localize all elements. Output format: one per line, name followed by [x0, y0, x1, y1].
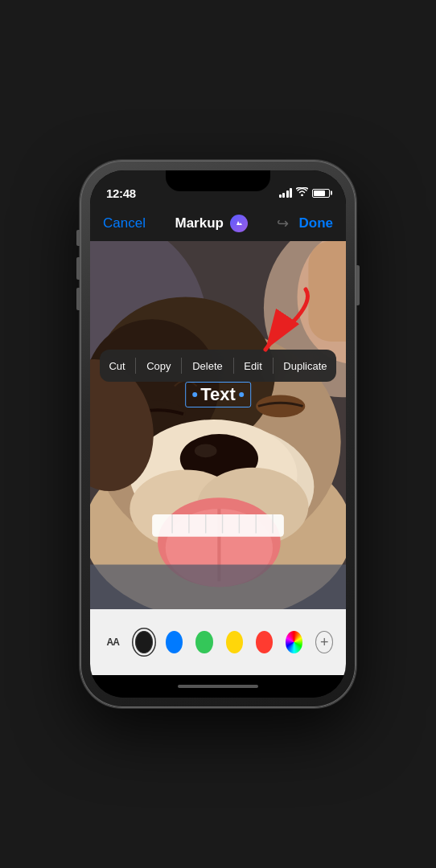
color-red-button[interactable]	[256, 631, 273, 653]
phone-screen: 12:48	[90, 170, 346, 698]
markup-icon	[230, 215, 248, 232]
power-button[interactable]	[356, 265, 360, 305]
text-handle-left[interactable]	[192, 392, 197, 397]
delete-menu-item[interactable]: Delete	[184, 354, 231, 379]
add-tool-button[interactable]: +	[315, 631, 333, 653]
color-spectrum-button[interactable]	[286, 631, 302, 653]
navigation-bar: Cancel Markup ↪ Done	[90, 206, 346, 241]
menu-divider-3	[233, 358, 234, 374]
home-indicator-area	[90, 675, 346, 698]
page-title: Markup	[175, 215, 223, 231]
notch	[166, 170, 270, 191]
svg-point-14	[195, 444, 217, 458]
svg-rect-23	[90, 564, 346, 609]
redo-button[interactable]: ↪	[277, 215, 289, 232]
nav-right-group: ↪ Done	[277, 215, 333, 232]
silent-button[interactable]	[76, 230, 80, 246]
svg-rect-6	[308, 241, 346, 342]
svg-point-16	[256, 395, 305, 418]
menu-divider-2	[181, 358, 182, 374]
volume-up-button[interactable]	[76, 257, 80, 280]
color-green-button[interactable]	[195, 631, 212, 653]
cut-menu-item[interactable]: Cut	[101, 354, 133, 379]
done-button[interactable]: Done	[298, 215, 333, 231]
text-content[interactable]: Text	[200, 384, 236, 405]
image-area[interactable]: Cut Copy Delete Edit Duplicate Text	[90, 241, 346, 609]
battery-icon	[312, 189, 330, 198]
wifi-icon	[296, 187, 308, 199]
signal-icon	[279, 188, 293, 198]
color-blue-button[interactable]	[166, 631, 183, 653]
text-handle-right[interactable]	[239, 392, 244, 397]
status-icons	[279, 187, 331, 199]
cancel-button[interactable]: Cancel	[103, 215, 146, 231]
font-size-button[interactable]: AA	[103, 629, 122, 655]
volume-down-button[interactable]	[76, 288, 80, 310]
menu-divider-1	[135, 358, 136, 374]
red-arrow	[249, 285, 314, 361]
text-annotation[interactable]: Text	[185, 382, 251, 407]
bottom-toolbar: AA +	[90, 609, 346, 675]
home-bar	[178, 685, 258, 688]
phone-frame: 12:48	[80, 161, 356, 707]
nav-title-group: Markup	[175, 215, 247, 232]
color-yellow-button[interactable]	[226, 631, 243, 653]
copy-menu-item[interactable]: Copy	[138, 354, 179, 379]
color-black-button[interactable]	[135, 631, 153, 653]
status-time: 12:48	[106, 186, 136, 200]
